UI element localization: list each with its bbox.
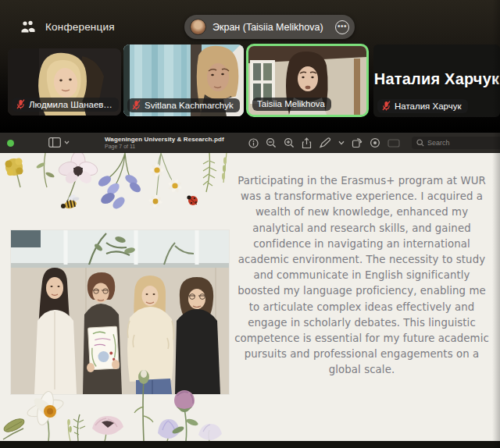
- bluebell-flowers: [96, 153, 142, 211]
- document-paragraph: Participating in the Erasmus+ program at…: [231, 173, 492, 379]
- video-tile-nataliya-camera-off[interactable]: Наталия Харчук Наталия Харчук: [373, 44, 500, 117]
- floral-bottom-illustration: [0, 368, 236, 441]
- video-tile-svitlana[interactable]: Svitlana Kachmarchyk: [123, 44, 244, 116]
- pdf-page-indicator: Page 7 of 11: [105, 144, 224, 150]
- peony-bud: [171, 390, 198, 441]
- search-icon: [416, 139, 424, 147]
- bee-illustration: [61, 194, 80, 210]
- pdf-page: Participating in the Erasmus+ program at…: [0, 153, 500, 441]
- anemone-flower: [57, 153, 99, 201]
- participant-name-pill: Людмила Шанаева-Ц...: [12, 98, 119, 112]
- daisy-flowers: [148, 153, 182, 208]
- file-info: Wageningen University & Research.pdf Pag…: [105, 136, 224, 150]
- participant-display-name: Наталия Харчук: [373, 70, 500, 88]
- participant-name-pill: Svitlana Kachmarchyk: [127, 98, 240, 112]
- meeting-info: Конференция: [20, 20, 115, 34]
- sidebar-toggle-button[interactable]: [48, 137, 70, 148]
- chevron-down-icon: [64, 140, 70, 144]
- stem-with-bud: [134, 370, 153, 441]
- participant-name: Taisiia Melikhova: [257, 99, 325, 108]
- info-icon[interactable]: [248, 138, 259, 148]
- markup-toolbar-icon[interactable]: [388, 139, 400, 148]
- mic-muted-icon: [132, 100, 141, 110]
- participant-name: Наталия Харчук: [395, 101, 462, 111]
- rotate-icon[interactable]: [352, 137, 362, 148]
- markup-chevron-down-icon[interactable]: [338, 140, 345, 145]
- screen-bezel: [0, 441, 500, 448]
- highlight-icon[interactable]: [370, 137, 380, 148]
- zoom-out-icon[interactable]: [266, 137, 277, 148]
- screen: Конференция Экран (Taisiia Melikhova) ••…: [0, 0, 500, 448]
- pdf-filename: Wageningen University & Research.pdf: [105, 136, 224, 144]
- sidebar-icon: [48, 137, 61, 148]
- screen-share-pill[interactable]: Экран (Taisiia Melikhova) •••: [184, 15, 355, 39]
- ladybug-illustration: [187, 195, 198, 205]
- markup-pen-icon[interactable]: [319, 137, 331, 148]
- participant-name-pill: Taisiia Melikhova: [252, 98, 331, 111]
- search-input[interactable]: [427, 139, 498, 147]
- video-call-area: Конференция Экран (Taisiia Melikhova) ••…: [0, 0, 500, 133]
- pdf-toolbar: Wageningen University & Research.pdf Pag…: [0, 133, 500, 153]
- pink-poppy-flower: [92, 416, 123, 441]
- zoom-in-icon[interactable]: [284, 137, 295, 148]
- toolbar-icons: [248, 136, 500, 150]
- participant-name: Людмила Шанаева-Ц...: [29, 100, 112, 109]
- daffodil-flower: [26, 389, 66, 441]
- window-traffic-light-green[interactable]: [7, 140, 14, 147]
- meeting-title: Конференция: [45, 21, 115, 33]
- participants-icon: [20, 20, 38, 34]
- mic-muted-icon: [16, 99, 25, 109]
- participant-name-pill: Наталия Харчук: [377, 99, 468, 113]
- more-options-icon[interactable]: •••: [335, 20, 349, 34]
- video-tile-lyudmila[interactable]: Людмила Шанаева-Ц...: [8, 48, 121, 116]
- seed-pod: [2, 416, 26, 439]
- leafy-stem: [36, 153, 55, 187]
- mic-muted-icon: [382, 101, 391, 111]
- fern-sprig: [203, 153, 227, 192]
- screen-share-label: Экран (Taisiia Melikhova): [212, 22, 329, 33]
- participant-name: Svitlana Kachmarchyk: [145, 101, 234, 110]
- pale-poppy-flower: [198, 424, 222, 441]
- share-icon[interactable]: [302, 137, 312, 149]
- video-tile-taisiia-active[interactable]: Taisiia Melikhova: [246, 44, 369, 117]
- sharer-avatar: [190, 19, 206, 35]
- floral-top-illustration: [0, 153, 236, 226]
- green-sprigs: [67, 414, 85, 441]
- search-field[interactable]: [412, 137, 500, 149]
- yellow-pompom-flower: [5, 158, 23, 188]
